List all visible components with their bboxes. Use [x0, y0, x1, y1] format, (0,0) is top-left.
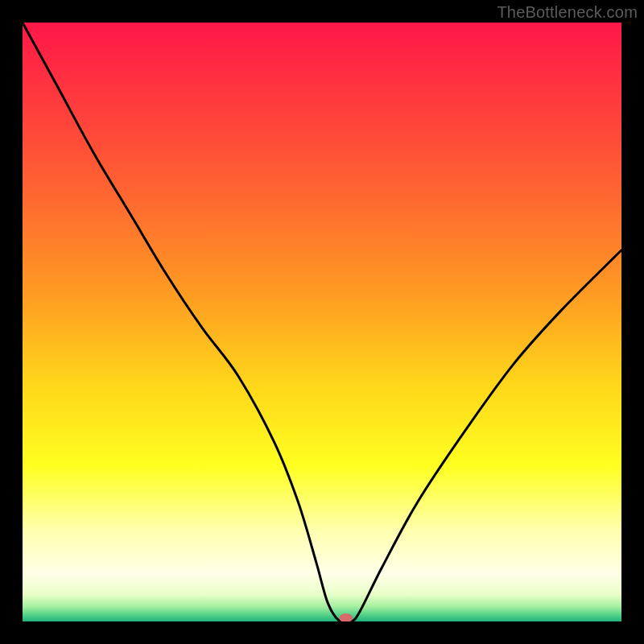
plot-background — [23, 23, 621, 621]
chart-container: TheBottleneck.com — [0, 0, 644, 644]
attribution-text: TheBottleneck.com — [497, 3, 638, 22]
bottleneck-chart — [23, 23, 621, 621]
